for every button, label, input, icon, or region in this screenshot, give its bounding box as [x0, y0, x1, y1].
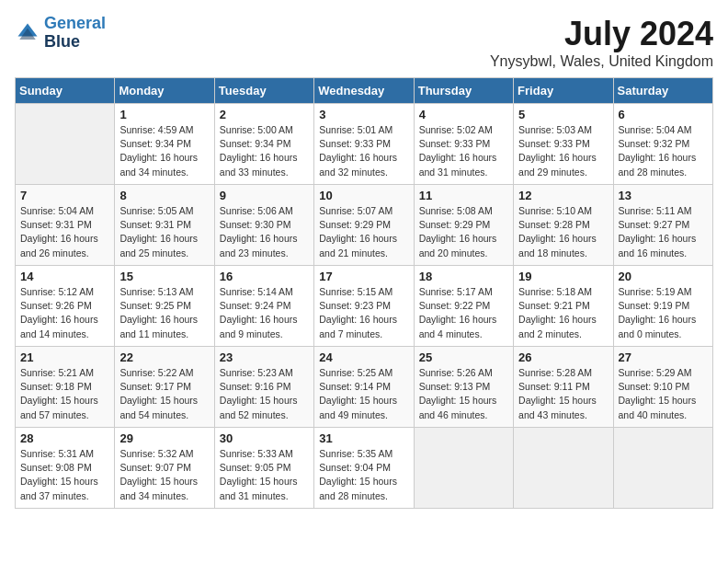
day-number: 16 [220, 270, 309, 283]
day-info: Sunrise: 5:14 AMSunset: 9:24 PMDaylight:… [220, 285, 309, 341]
calendar-table: SundayMondayTuesdayWednesdayThursdayFrid… [15, 77, 713, 509]
day-number: 9 [220, 189, 309, 202]
day-info: Sunrise: 5:29 AMSunset: 9:10 PMDaylight:… [619, 366, 708, 422]
day-info: Sunrise: 5:31 AMSunset: 9:08 PMDaylight:… [20, 447, 109, 503]
day-number: 4 [419, 108, 508, 121]
day-number: 30 [220, 431, 309, 445]
day-number: 8 [119, 189, 209, 202]
day-number: 18 [419, 270, 508, 283]
day-info: Sunrise: 5:03 AMSunset: 9:33 PMDaylight:… [518, 123, 608, 179]
calendar-cell: 17Sunrise: 5:15 AMSunset: 9:23 PMDayligh… [314, 266, 414, 347]
calendar-week-1: 1Sunrise: 4:59 AMSunset: 9:34 PMDaylight… [16, 104, 713, 185]
day-info: Sunrise: 5:08 AMSunset: 9:29 PMDaylight:… [419, 204, 508, 260]
day-info: Sunrise: 5:13 AMSunset: 9:25 PMDaylight:… [119, 285, 209, 341]
day-number: 12 [518, 189, 608, 202]
title-area: July 2024 Ynysybwl, Wales, United Kingdo… [490, 15, 713, 70]
calendar-cell [613, 428, 712, 509]
calendar-cell: 21Sunrise: 5:21 AMSunset: 9:18 PMDayligh… [16, 347, 115, 428]
day-info: Sunrise: 5:10 AMSunset: 9:28 PMDaylight:… [518, 204, 608, 260]
day-info: Sunrise: 5:12 AMSunset: 9:26 PMDaylight:… [20, 285, 109, 341]
day-number: 5 [518, 108, 608, 121]
day-number: 24 [319, 350, 408, 364]
day-number: 7 [20, 189, 109, 202]
calendar-cell [414, 428, 513, 509]
day-number: 6 [619, 108, 708, 121]
day-info: Sunrise: 5:22 AMSunset: 9:17 PMDaylight:… [119, 366, 209, 422]
day-number: 3 [319, 108, 408, 121]
day-number: 26 [518, 350, 608, 364]
calendar-cell: 16Sunrise: 5:14 AMSunset: 9:24 PMDayligh… [214, 266, 313, 347]
weekday-header-thursday: Thursday [414, 78, 513, 104]
day-info: Sunrise: 5:23 AMSunset: 9:16 PMDaylight:… [220, 366, 309, 422]
day-number: 31 [319, 431, 408, 445]
day-number: 23 [220, 350, 309, 364]
day-info: Sunrise: 5:21 AMSunset: 9:18 PMDaylight:… [20, 366, 109, 422]
day-number: 25 [419, 350, 508, 364]
weekday-header-saturday: Saturday [613, 78, 712, 104]
day-number: 29 [119, 431, 209, 445]
day-number: 10 [319, 189, 408, 202]
day-info: Sunrise: 5:18 AMSunset: 9:21 PMDaylight:… [518, 285, 608, 341]
day-info: Sunrise: 5:01 AMSunset: 9:33 PMDaylight:… [319, 123, 408, 179]
day-number: 21 [20, 350, 109, 364]
day-info: Sunrise: 5:19 AMSunset: 9:19 PMDaylight:… [619, 285, 708, 341]
day-info: Sunrise: 5:15 AMSunset: 9:23 PMDaylight:… [319, 285, 408, 341]
logo-icon [15, 20, 40, 46]
day-number: 27 [619, 350, 708, 364]
day-info: Sunrise: 4:59 AMSunset: 9:34 PMDaylight:… [119, 123, 209, 179]
calendar-cell [514, 428, 613, 509]
logo-text: General Blue [44, 15, 106, 52]
calendar-cell: 15Sunrise: 5:13 AMSunset: 9:25 PMDayligh… [115, 266, 214, 347]
day-number: 11 [419, 189, 508, 202]
calendar-cell: 18Sunrise: 5:17 AMSunset: 9:22 PMDayligh… [414, 266, 513, 347]
day-number: 28 [20, 431, 109, 445]
calendar-cell: 6Sunrise: 5:04 AMSunset: 9:32 PMDaylight… [613, 104, 712, 185]
calendar-cell: 1Sunrise: 4:59 AMSunset: 9:34 PMDaylight… [115, 104, 214, 185]
calendar-cell: 12Sunrise: 5:10 AMSunset: 9:28 PMDayligh… [514, 185, 613, 266]
calendar-cell: 20Sunrise: 5:19 AMSunset: 9:19 PMDayligh… [613, 266, 712, 347]
calendar-cell [16, 104, 115, 185]
day-number: 22 [119, 350, 209, 364]
calendar-cell: 30Sunrise: 5:33 AMSunset: 9:05 PMDayligh… [214, 428, 313, 509]
calendar-cell: 26Sunrise: 5:28 AMSunset: 9:11 PMDayligh… [514, 347, 613, 428]
weekday-header-tuesday: Tuesday [214, 78, 313, 104]
day-info: Sunrise: 5:32 AMSunset: 9:07 PMDaylight:… [119, 447, 209, 503]
day-number: 2 [220, 108, 309, 121]
weekday-header-monday: Monday [115, 78, 214, 104]
calendar-cell: 10Sunrise: 5:07 AMSunset: 9:29 PMDayligh… [314, 185, 414, 266]
month-title: July 2024 [490, 15, 713, 53]
day-number: 1 [119, 108, 209, 121]
day-info: Sunrise: 5:28 AMSunset: 9:11 PMDaylight:… [518, 366, 608, 422]
logo: General Blue [15, 15, 106, 52]
day-info: Sunrise: 5:06 AMSunset: 9:30 PMDaylight:… [220, 204, 309, 260]
calendar-cell: 25Sunrise: 5:26 AMSunset: 9:13 PMDayligh… [414, 347, 513, 428]
calendar-cell: 3Sunrise: 5:01 AMSunset: 9:33 PMDaylight… [314, 104, 414, 185]
day-info: Sunrise: 5:26 AMSunset: 9:13 PMDaylight:… [419, 366, 508, 422]
calendar-cell: 7Sunrise: 5:04 AMSunset: 9:31 PMDaylight… [16, 185, 115, 266]
day-info: Sunrise: 5:17 AMSunset: 9:22 PMDaylight:… [419, 285, 508, 341]
calendar-week-5: 28Sunrise: 5:31 AMSunset: 9:08 PMDayligh… [16, 428, 713, 509]
calendar-cell: 24Sunrise: 5:25 AMSunset: 9:14 PMDayligh… [314, 347, 414, 428]
day-info: Sunrise: 5:11 AMSunset: 9:27 PMDaylight:… [619, 204, 708, 260]
calendar-cell: 8Sunrise: 5:05 AMSunset: 9:31 PMDaylight… [115, 185, 214, 266]
location-title: Ynysybwl, Wales, United Kingdom [490, 53, 713, 70]
page-header: General Blue July 2024 Ynysybwl, Wales, … [15, 15, 713, 70]
calendar-cell: 28Sunrise: 5:31 AMSunset: 9:08 PMDayligh… [16, 428, 115, 509]
day-info: Sunrise: 5:04 AMSunset: 9:31 PMDaylight:… [20, 204, 109, 260]
calendar-week-2: 7Sunrise: 5:04 AMSunset: 9:31 PMDaylight… [16, 185, 713, 266]
weekday-header-sunday: Sunday [16, 78, 115, 104]
day-info: Sunrise: 5:02 AMSunset: 9:33 PMDaylight:… [419, 123, 508, 179]
day-info: Sunrise: 5:04 AMSunset: 9:32 PMDaylight:… [619, 123, 708, 179]
calendar-cell: 23Sunrise: 5:23 AMSunset: 9:16 PMDayligh… [214, 347, 313, 428]
day-number: 17 [319, 270, 408, 283]
day-number: 19 [518, 270, 608, 283]
calendar-week-4: 21Sunrise: 5:21 AMSunset: 9:18 PMDayligh… [16, 347, 713, 428]
calendar-cell: 22Sunrise: 5:22 AMSunset: 9:17 PMDayligh… [115, 347, 214, 428]
day-info: Sunrise: 5:25 AMSunset: 9:14 PMDaylight:… [319, 366, 408, 422]
calendar-cell: 14Sunrise: 5:12 AMSunset: 9:26 PMDayligh… [16, 266, 115, 347]
day-info: Sunrise: 5:33 AMSunset: 9:05 PMDaylight:… [220, 447, 309, 503]
calendar-cell: 2Sunrise: 5:00 AMSunset: 9:34 PMDaylight… [214, 104, 313, 185]
day-number: 20 [619, 270, 708, 283]
day-info: Sunrise: 5:00 AMSunset: 9:34 PMDaylight:… [220, 123, 309, 179]
calendar-cell: 4Sunrise: 5:02 AMSunset: 9:33 PMDaylight… [414, 104, 513, 185]
